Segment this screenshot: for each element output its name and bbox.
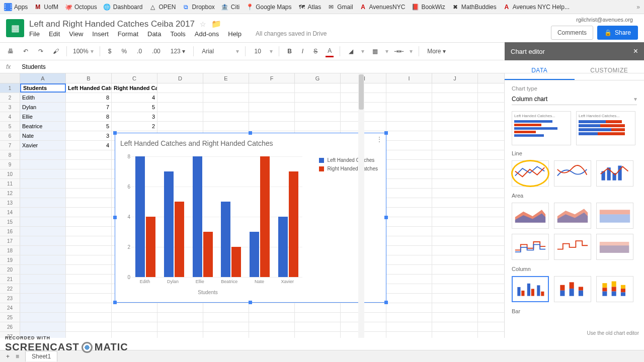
font-select[interactable]: Arial	[200, 46, 230, 56]
comments-button[interactable]: Comments	[551, 26, 593, 40]
bookmark-mathbuddies[interactable]: ✖MathBuddies	[451, 3, 497, 11]
svg-rect-26	[602, 292, 607, 296]
bookmark-open[interactable]: △OPEN	[148, 3, 176, 11]
menu-view[interactable]: View	[69, 30, 83, 38]
old-editor-link[interactable]: Use the old chart editor	[587, 330, 639, 336]
more-button[interactable]: More ▾	[425, 46, 448, 56]
undo-icon[interactable]: ↶	[21, 47, 30, 56]
select-all-corner[interactable]	[0, 73, 20, 83]
bookmarks-bar: ⋮⋮Apps MUofM 🐙Octopus 🌐Dashboard △OPEN ⧉…	[0, 0, 644, 14]
thumb-area-3[interactable]	[596, 203, 633, 229]
bookmark-atlas[interactable]: 🗺Atlas	[298, 3, 321, 11]
thumb-area-2[interactable]	[554, 203, 591, 229]
dec-increase-button[interactable]: .00	[150, 46, 163, 56]
bookmark-uofm[interactable]: MUofM	[34, 3, 58, 11]
col-header-g[interactable]: G	[295, 73, 341, 83]
share-button[interactable]: 🔒Share	[597, 26, 638, 40]
star-icon[interactable]: ☆	[200, 20, 206, 28]
svg-rect-32	[621, 292, 625, 296]
svg-rect-30	[621, 285, 625, 289]
col-header-d[interactable]: D	[157, 73, 203, 83]
currency-button[interactable]: $	[106, 46, 114, 56]
svg-rect-23	[579, 291, 583, 296]
thumb-area-4[interactable]	[512, 234, 549, 260]
menu-addons[interactable]: Add-ons	[195, 30, 219, 38]
account-email[interactable]: rgilchrist@avenues.org	[576, 17, 633, 23]
menu-help[interactable]: Help	[228, 30, 242, 38]
numformat-button[interactable]: 123 ▾	[169, 46, 187, 56]
tab-customize[interactable]: CUSTOMIZE	[575, 60, 645, 80]
fontsize-select[interactable]: 10	[252, 46, 264, 56]
embedded-chart[interactable]: ⋮ Left Handed Catches and Right Handed C…	[115, 133, 386, 303]
col-header-c[interactable]: C	[112, 73, 157, 83]
chart-xlabel: Students	[118, 290, 297, 295]
bookmark-avenues[interactable]: AAvenuesNYC	[359, 3, 406, 11]
menu-format[interactable]: Format	[118, 30, 138, 38]
col-header-f[interactable]: F	[249, 73, 295, 83]
vertical-scrollbar[interactable]	[358, 73, 364, 338]
all-sheets-icon[interactable]: ≡	[16, 353, 19, 360]
thumb-column-2[interactable]	[554, 276, 591, 302]
col-header-i[interactable]: I	[386, 73, 432, 83]
bookmark-dashboard[interactable]: 🌐Dashboard	[103, 3, 143, 11]
svg-rect-16	[537, 285, 540, 296]
chart-preview-stacked[interactable]: Left Handed Catches...	[576, 111, 635, 145]
thumb-area-1[interactable]	[512, 203, 549, 229]
chart-preview-bar[interactable]: Left Handed Catches...	[512, 111, 571, 145]
svg-rect-28	[612, 287, 616, 291]
bookmark-apps[interactable]: ⋮⋮Apps	[4, 3, 28, 11]
strike-button[interactable]: S	[311, 46, 319, 56]
doc-title[interactable]: Left and Right Handed Catches Ceiba 2017	[29, 19, 195, 29]
zoom-select[interactable]: 100%▾	[73, 48, 94, 55]
percent-button[interactable]: %	[119, 46, 129, 56]
fx-icon: fx	[6, 63, 11, 70]
col-header-a[interactable]: A	[20, 73, 66, 83]
svg-rect-18	[560, 285, 565, 291]
thumb-column-3[interactable]	[596, 276, 633, 302]
col-header-e[interactable]: E	[203, 73, 249, 83]
add-sheet-icon[interactable]: +	[6, 353, 10, 360]
bookmark-dropbox[interactable]: ⧉Dropbox	[182, 3, 214, 11]
thumb-line-3[interactable]	[596, 160, 633, 187]
bookmark-gmail[interactable]: ✉Gmail	[327, 3, 353, 11]
svg-rect-22	[579, 287, 583, 290]
thumb-line-2[interactable]	[554, 160, 591, 187]
redo-icon[interactable]: ↷	[36, 47, 45, 56]
paint-icon[interactable]: 🖌	[51, 47, 60, 56]
bookmark-bookwiz[interactable]: 📕BookWiz	[411, 3, 445, 11]
section-column: Column	[512, 266, 637, 272]
bookmark-gmaps[interactable]: 📍Google Maps	[246, 3, 291, 11]
print-icon[interactable]: 🖶	[6, 47, 15, 56]
textcolor-button[interactable]: A	[326, 46, 334, 57]
menu-tools[interactable]: Tools	[170, 30, 185, 38]
thumb-column-1[interactable]	[512, 276, 549, 302]
thumb-line-1[interactable]	[512, 160, 549, 187]
bold-button[interactable]: B	[285, 46, 294, 56]
col-header-b[interactable]: B	[66, 73, 112, 83]
chart-type-label: Chart type	[512, 85, 637, 92]
spreadsheet-grid[interactable]: A B C D E F G H I J 1StudentsLeft Handed…	[0, 73, 504, 338]
menu-edit[interactable]: Edit	[49, 30, 60, 38]
sheets-icon[interactable]: ▦	[6, 19, 24, 37]
bookmark-octopus[interactable]: 🐙Octopus	[64, 3, 97, 11]
chart-editor-header: Chart editor ×	[505, 42, 644, 60]
close-icon[interactable]: ×	[633, 47, 638, 56]
svg-rect-24	[602, 283, 607, 288]
tab-data[interactable]: DATA	[505, 60, 575, 80]
menu-file[interactable]: File	[29, 30, 40, 38]
fill-icon[interactable]: ◢	[346, 47, 355, 56]
svg-rect-12	[517, 287, 520, 296]
chart-type-select[interactable]: Column chart▾	[512, 94, 637, 105]
merge-icon[interactable]: ⇥⇤	[394, 47, 404, 56]
bookmark-citi[interactable]: 🏦Citi	[221, 3, 239, 11]
dec-decrease-button[interactable]: .0	[135, 46, 144, 56]
thumb-area-6[interactable]	[596, 234, 633, 260]
menu-data[interactable]: Data	[147, 30, 161, 38]
borders-icon[interactable]: ▦	[370, 47, 379, 56]
col-header-j[interactable]: J	[432, 73, 478, 83]
italic-button[interactable]: I	[300, 46, 305, 56]
thumb-area-5[interactable]	[554, 234, 591, 260]
menu-insert[interactable]: Insert	[92, 30, 109, 38]
bookmark-avenueshelp[interactable]: AAvenues NYC Help...	[503, 3, 570, 11]
folder-icon[interactable]: 📁	[211, 19, 221, 29]
